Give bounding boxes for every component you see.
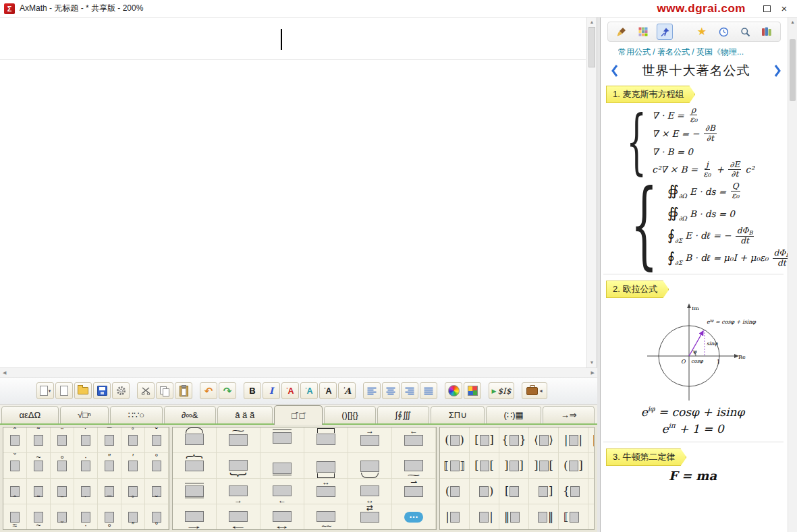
bracket-cell[interactable]: ( ) (440, 427, 470, 453)
symbol-tab[interactable]: â ä ã (217, 406, 273, 423)
overunder-cell[interactable] (348, 453, 392, 479)
overunder-cell[interactable] (217, 479, 260, 504)
accent-cell[interactable]: ˙ (74, 479, 98, 504)
symbol-tab[interactable]: ΣΠ∪ (431, 406, 485, 423)
euler-formula[interactable]: eiφ = cosφ + isinφ (601, 403, 785, 420)
scroll-up-icon[interactable]: ▴ (788, 18, 797, 27)
align-justify-button[interactable] (420, 382, 437, 399)
overunder-cell[interactable] (348, 504, 392, 530)
bracket-cell[interactable]: [ ) (588, 453, 595, 479)
paste-button[interactable] (175, 382, 192, 399)
open-button[interactable] (74, 382, 92, 399)
prev-page-button[interactable] (609, 63, 621, 79)
sidebar-scrollbar[interactable]: ▴ (788, 18, 797, 532)
redo-button[interactable]: ↷ (219, 382, 236, 399)
scroll-up-icon[interactable]: ▲ (587, 19, 597, 26)
accent-cell[interactable]: ′ (121, 453, 145, 479)
scroll-left-icon[interactable]: ◀ (3, 370, 6, 376)
overunder-cell[interactable] (304, 427, 348, 453)
accent-cell[interactable]: ¯ (98, 427, 121, 453)
symbol-grid-button[interactable] (635, 24, 651, 40)
accent-cell[interactable]: ˜ (27, 427, 51, 453)
undo-button[interactable]: ↶ (200, 382, 217, 399)
accent-cell[interactable]: ˜ (27, 479, 51, 504)
maximize-button[interactable] (758, 2, 775, 16)
overunder-cell[interactable] (173, 453, 217, 479)
overunder-cell[interactable] (260, 504, 304, 530)
bracket-cell[interactable]: { } (499, 427, 529, 453)
bracket-cell[interactable]: | (440, 504, 470, 530)
next-page-button[interactable] (771, 63, 784, 79)
bracket-cell[interactable]: ] [ (529, 453, 559, 479)
bracket-cell[interactable]: ) (470, 479, 499, 504)
accent-cell[interactable]: ˇ (3, 453, 27, 479)
symbol-tab[interactable]: □̂ □̄ (274, 405, 323, 425)
overunder-cell[interactable] (217, 427, 260, 453)
library-button[interactable] (759, 24, 775, 40)
vertical-scrollbar[interactable]: ▲ ▼ (586, 18, 597, 367)
align-left-button[interactable] (363, 382, 381, 399)
overunder-cell[interactable] (173, 427, 217, 453)
overunder-cell[interactable] (217, 453, 260, 479)
overunder-cell[interactable] (173, 479, 217, 504)
accent-cell[interactable]: ˘ (145, 427, 169, 453)
font-style-red-button[interactable]: A (281, 382, 299, 399)
scroll-right-icon[interactable]: ▶ (591, 370, 595, 376)
bracket-cell[interactable]: [ [ (470, 453, 499, 479)
favorites-button[interactable]: ★ (694, 24, 710, 40)
bracket-cell[interactable]: ⟦ (559, 504, 588, 530)
accent-cell[interactable]: ° (145, 504, 169, 530)
overunder-cell[interactable] (392, 453, 436, 479)
bracket-cell[interactable]: | | (559, 427, 588, 453)
accent-cell[interactable]: ″ (98, 453, 121, 479)
accent-cell[interactable]: ∘ (51, 453, 74, 479)
save-button[interactable] (93, 382, 111, 399)
euler-identity[interactable]: eiπ + 1 = 0 (601, 420, 785, 437)
copy-button[interactable] (156, 382, 173, 399)
color-grid-button[interactable] (464, 382, 481, 399)
bracket-cell[interactable]: ] (529, 479, 559, 504)
document-canvas[interactable]: ▲ ▼ (0, 18, 597, 367)
bracket-cell[interactable]: | (470, 504, 499, 530)
bracket-cell[interactable]: { (559, 479, 588, 504)
italic-button[interactable]: I (263, 382, 280, 399)
bracket-cell[interactable]: ‖ (529, 504, 559, 530)
accent-cell[interactable]: · (74, 504, 98, 530)
bracket-cell[interactable]: ( ] (559, 453, 588, 479)
accent-cell[interactable]: ″ (121, 504, 145, 530)
overunder-cell[interactable] (392, 504, 436, 530)
pin-formulas-button[interactable] (657, 24, 673, 40)
history-button[interactable] (715, 24, 732, 40)
align-right-button[interactable] (401, 382, 418, 399)
vertical-scroll-thumb[interactable] (588, 27, 595, 67)
overunder-cell[interactable] (392, 479, 436, 504)
accent-cell[interactable]: ¨ (51, 479, 74, 504)
font-style-teal-button[interactable]: A (300, 382, 318, 399)
accent-cell[interactable]: ˚ (121, 479, 145, 504)
settings-button[interactable] (112, 382, 130, 399)
accent-cell[interactable]: ~ (27, 504, 51, 530)
sidebar-scroll-thumb[interactable] (790, 39, 796, 101)
bracket-cell[interactable]: ⟦ ⟧ (440, 453, 470, 479)
overunder-cell[interactable] (260, 453, 304, 479)
accent-cell[interactable]: ˙ (74, 427, 98, 453)
accent-cell[interactable]: ° (145, 453, 169, 479)
font-style-italic-button[interactable]: A (338, 382, 356, 399)
accent-cell[interactable]: · (74, 453, 98, 479)
symbol-tab[interactable]: ∷∵○ (110, 406, 162, 423)
symbol-tab[interactable]: (∷)▦ (486, 406, 541, 423)
accent-cell[interactable]: ˆ (3, 479, 27, 504)
bracket-cell[interactable]: ⟨ ⟩ (529, 427, 559, 453)
search-button[interactable] (737, 24, 753, 40)
toolbox-button[interactable]: ◂ (522, 382, 547, 399)
newton-formula[interactable]: F = ma (601, 467, 785, 484)
overunder-cell[interactable] (392, 427, 436, 453)
color-wheel-button[interactable] (445, 382, 462, 399)
scroll-down-icon[interactable]: ▼ (587, 359, 597, 366)
bracket-cell[interactable]: ‖ (499, 504, 529, 530)
accent-cell[interactable]: ∘ (98, 504, 121, 530)
bold-button[interactable]: B (244, 382, 261, 399)
symbol-tab[interactable]: √□ⁿ (60, 406, 109, 423)
overunder-cell[interactable] (348, 479, 392, 504)
align-center-button[interactable] (382, 382, 400, 399)
